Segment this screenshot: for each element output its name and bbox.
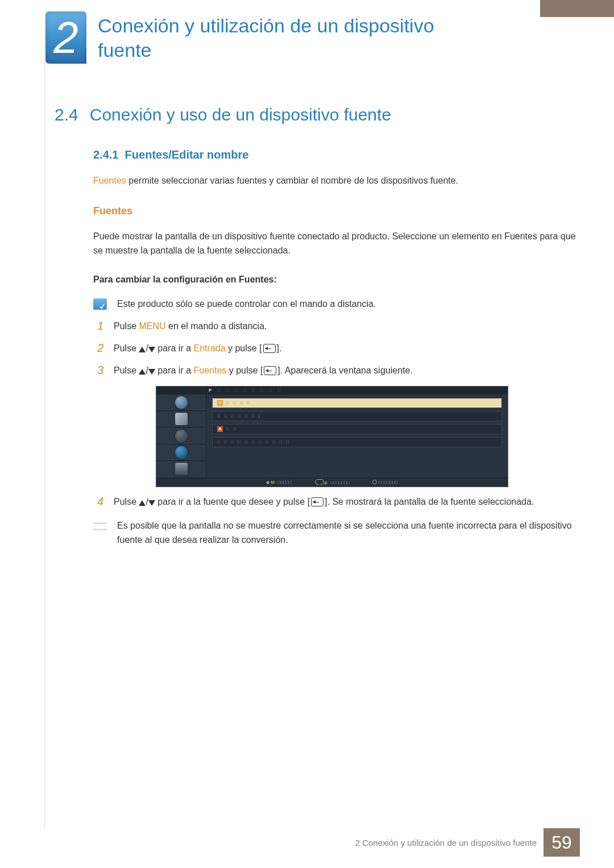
enter-icon: [264, 366, 276, 375]
text: ].: [277, 343, 282, 353]
text: y pulse [: [226, 366, 263, 375]
fuentes-para-a: Puede mostrar la pantalla de un disposit…: [93, 231, 504, 241]
down-arrow-icon: [148, 500, 155, 506]
osd-row-selected: V□ □ □ □: [212, 398, 502, 408]
osd-side-icon: [156, 427, 206, 444]
osd-row: A□ □: [212, 424, 502, 434]
config-heading: Para cambiar la configuración en Fuentes…: [93, 275, 580, 285]
osd-bottom-bar: ◆ M □□□□□ E □□□□□□□ □□□□□□□: [156, 477, 508, 487]
step-text: Pulse MENU en el mando a distancia.: [114, 319, 267, 334]
chapter-title: Conexión y utilización de un dispositivo…: [98, 14, 467, 62]
note-icon: [93, 298, 107, 310]
step-number: 3: [93, 364, 103, 377]
subsection-heading: 2.4.1 Fuentes/Editar nombre: [93, 148, 580, 161]
step-number: 1: [93, 319, 103, 333]
up-arrow-icon: [139, 500, 146, 506]
text: ]. Aparecerá la ventana siguiente.: [277, 366, 413, 375]
text: ]. Se mostrará la pantalla de la fuente …: [325, 497, 534, 506]
subsection-number: 2.4.1: [93, 148, 118, 161]
entrada-keyword: Entrada: [194, 343, 226, 353]
osd-top-letter: P: [209, 388, 214, 393]
remote-note-text: Este producto sólo se puede controlar co…: [117, 297, 376, 312]
up-arrow-icon: [139, 347, 146, 352]
steps-list: 1 Pulse MENU en el mando a distancia. 2 …: [93, 319, 580, 509]
down-arrow-icon: [148, 369, 155, 375]
osd-top-bar: P □ □ □ □ □ □ □ □: [156, 387, 508, 394]
step-text: Pulse / para ir a Fuentes y pulse []. Ap…: [114, 364, 413, 378]
warning-text: Es posible que la pantalla no se muestre…: [117, 519, 580, 547]
footer-chapter-ref: 2 Conexión y utilización de un dispositi…: [355, 838, 544, 848]
step-text: Pulse / para ir a Entrada y pulse [].: [114, 342, 281, 356]
text: para ir a la fuente que desee y pulse [: [155, 497, 310, 506]
step-1: 1 Pulse MENU en el mando a distancia.: [93, 319, 580, 334]
left-margin-rule: [44, 17, 45, 828]
osd-move-hint: ◆ M □□□□□: [266, 480, 291, 485]
page-number: 59: [544, 828, 580, 857]
step-number: 2: [93, 342, 103, 355]
section-heading: 2.4 Conexión y uso de un dispositivo fue…: [55, 105, 580, 124]
osd-screenshot: P □ □ □ □ □ □ □ □ V□ □ □ □ □ □ □ □ □ □ |…: [156, 386, 508, 487]
page-content: 2.4 Conexión y uso de un dispositivo fue…: [55, 105, 580, 547]
osd-row: □ □ □ □ □ □ |: [212, 411, 502, 421]
step-2: 2 Pulse / para ir a Entrada y pulse [].: [93, 342, 580, 356]
page-footer: 2 Conexión y utilización de un dispositi…: [0, 828, 614, 857]
top-accent-band: [540, 0, 614, 17]
warning-note: Es posible que la pantalla no se muestre…: [93, 519, 580, 547]
section-title: Conexión y uso de un dispositivo fuente: [90, 105, 391, 124]
osd-main-panel: V□ □ □ □ □ □ □ □ □ □ | A□ □ □ □ □ □ □ □ …: [206, 394, 508, 477]
step-3: 3 Pulse / para ir a Fuentes y pulse []. …: [93, 364, 580, 378]
text: para ir a: [155, 366, 194, 375]
fuentes-keyword: Fuentes: [194, 366, 227, 375]
intro-keyword: Fuentes: [93, 176, 126, 185]
text: Pulse: [114, 343, 139, 353]
enter-icon: [263, 344, 276, 353]
fuentes-para-b: Fuentes: [504, 231, 537, 241]
osd-row: □ □ □ □ □ □ □ □ □ □ □: [212, 437, 502, 447]
step-number: 4: [93, 495, 103, 508]
osd-side-icon: [156, 411, 206, 427]
osd-side-icon: [156, 461, 206, 477]
chapter-header: 2 Conexión y utilización de un dispositi…: [45, 11, 467, 64]
text: Pulse: [114, 321, 139, 331]
down-arrow-icon: [148, 347, 155, 352]
osd-side-icon: [156, 394, 206, 411]
enter-icon: [311, 497, 323, 506]
text: Pulse: [114, 497, 139, 506]
chapter-number-badge: 2: [45, 11, 86, 64]
text: Pulse: [114, 366, 139, 375]
fuentes-paragraph: Puede mostrar la pantalla de un disposit…: [93, 230, 580, 258]
intro-rest: permite seleccionar varias fuentes y cam…: [126, 176, 458, 185]
text: en el mando a distancia.: [166, 321, 267, 331]
intro-paragraph: Fuentes permite seleccionar varias fuent…: [93, 174, 580, 188]
section-number: 2.4: [55, 105, 78, 124]
osd-sidebar: [156, 394, 206, 477]
note-lines-icon: [93, 522, 107, 530]
osd-return-hint: □□□□□□□: [372, 480, 398, 485]
remote-note: Este producto sólo se puede controlar co…: [93, 297, 580, 312]
subsection-title: Fuentes/Editar nombre: [125, 148, 249, 161]
text: y pulse [: [226, 343, 262, 353]
osd-side-icon: [156, 445, 206, 461]
step-text: Pulse / para ir a la fuente que desee y …: [114, 495, 534, 509]
menu-keyword: MENU: [139, 321, 165, 331]
step-4: 4 Pulse / para ir a la fuente que desee …: [93, 495, 580, 509]
text: para ir a: [155, 343, 194, 353]
fuentes-heading: Fuentes: [93, 205, 580, 217]
up-arrow-icon: [139, 369, 146, 375]
osd-enter-hint: E □□□□□□□: [314, 479, 350, 485]
